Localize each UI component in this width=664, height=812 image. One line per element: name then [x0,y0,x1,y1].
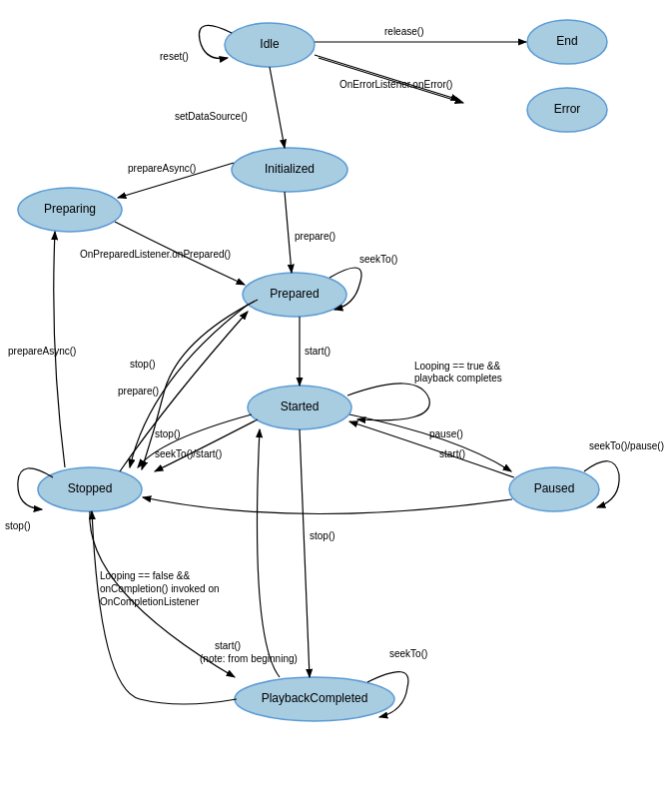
svg-line-3 [315,55,459,100]
label-stop-paused: stop() [310,530,335,541]
label-stop-started: stop() [155,428,181,439]
label-pause: pause() [429,428,463,439]
label-seekto-start: seekTo()/start() [155,448,222,459]
label-playback-completes: playback completes [414,373,502,384]
label-reset: reset() [160,51,189,62]
state-idle-label: Idle [260,37,280,51]
state-paused-label: Paused [534,481,575,495]
label-seekto-pause: seekTo()/pause() [589,440,664,451]
label-prepare-init: prepare() [295,231,335,242]
label-setdatasource: setDataSource() [175,111,248,122]
label-prepareasync-init: prepareAsync() [128,163,196,174]
label-prepare-stopped: prepare() [118,386,159,397]
state-diagram: Idle End Error Initialized Preparing Pre… [0,0,664,812]
state-preparing-label: Preparing [44,202,96,216]
label-onerror: OnErrorListener.onError() [339,79,452,90]
label-release: release() [384,26,423,37]
label-start-prepared: start() [305,346,331,357]
state-started-label: Started [281,400,320,413]
svg-line-7 [285,192,292,273]
label-start-paused: start() [439,448,465,459]
state-stopped-label: Stopped [68,481,113,495]
label-start-playback-2: (note: from beginning) [200,653,298,664]
label-seekto-playback: seekTo() [389,648,427,659]
state-end-label: End [556,34,577,48]
svg-line-9 [300,429,310,677]
state-prepared-label: Prepared [270,287,319,301]
state-error-label: Error [554,102,581,116]
label-start-playback-1: start() [215,640,241,651]
label-seekto-prepared: seekTo() [359,254,397,265]
label-stop-stopped: stop() [5,520,31,531]
label-looping-true: Looping == true && [414,361,501,372]
label-onprepared: OnPreparedListener.onPrepared() [80,249,231,260]
label-stop-prepared: stop() [130,359,156,370]
label-prepareasync-stopped: prepareAsync() [8,346,76,357]
svg-line-5 [270,67,285,148]
state-playbackcompleted-label: PlaybackCompleted [262,691,368,705]
label-looping-false-3: OnCompletionListener [100,596,200,607]
state-initialized-label: Initialized [265,162,315,176]
